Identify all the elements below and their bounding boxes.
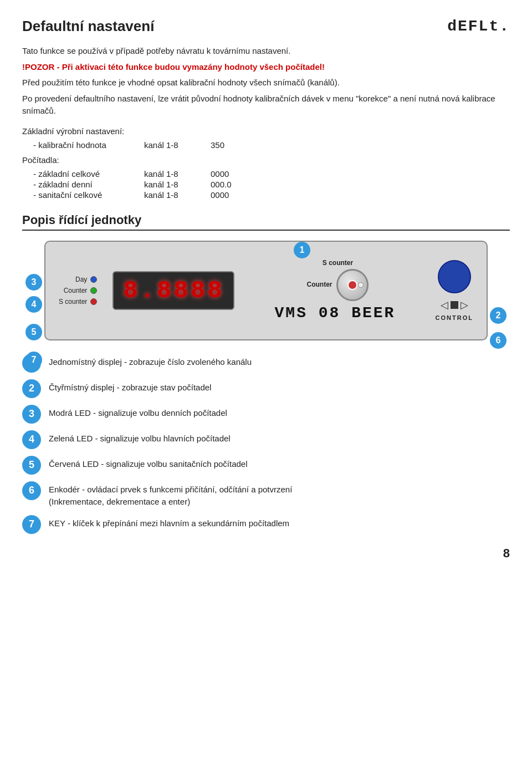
- legend-desc-4: Zelená LED - signalizuje volbu hlavních …: [49, 430, 231, 445]
- led-day-label: Day: [75, 276, 87, 283]
- legend-num-3: 3: [22, 405, 41, 424]
- led-counter-label: Counter: [64, 287, 88, 294]
- legend-item-5: 5 Červená LED - signalizuje volbu sanita…: [22, 456, 510, 475]
- control-label: CONTROL: [436, 314, 473, 321]
- legend-num-6: 6: [22, 481, 41, 500]
- legend-text-1: Jednomístný displej - zobrazuje číslo zv…: [49, 357, 252, 367]
- stop-icon: [451, 301, 458, 309]
- callout-3: 3: [25, 274, 42, 291]
- led-day-dot: [90, 276, 97, 283]
- pocitadla-value-1: 000.0: [211, 180, 232, 189]
- legend-item-6: 6 Enkodér - ovládací prvek s funkcemi př…: [22, 481, 510, 508]
- intro-line3: Před použitím této funkce je vhodné opsa…: [22, 77, 510, 89]
- legend-text-6: (Inkrementace, dekrementace a enter): [49, 497, 190, 506]
- callout-1: 1: [294, 242, 310, 258]
- pocitadla-value-0: 0000: [211, 169, 229, 179]
- intro-warning: !POZOR - Při aktivaci této funkce budou …: [22, 61, 510, 74]
- legend-item-1: 1 Jednomístný displej - zobrazuje číslo …: [22, 354, 510, 373]
- legend-item-4: 4 Zelená LED - signalizuje volbu hlavníc…: [22, 430, 510, 449]
- logo: dEFLt.: [447, 18, 510, 35]
- led-scounter-dot: [90, 298, 97, 305]
- pocitadla-kanal-0: kanál 1-8: [144, 169, 211, 179]
- legend-text-4: Zelená LED - signalizuje volbu hlavních …: [49, 434, 231, 443]
- led-row-day: Day: [75, 276, 97, 283]
- led-row-scounter: S counter: [59, 298, 97, 306]
- callout-7: 7: [25, 352, 42, 368]
- legend-desc-5: Červená LED - signalizuje volbu sanitačn…: [49, 456, 248, 471]
- legend-num-5: 5: [22, 456, 41, 475]
- legend-num-4: 4: [22, 430, 41, 449]
- pocitadla-kanal-1: kanál 1-8: [144, 180, 211, 189]
- pocitadla-row-1: - základní denní kanál 1-8 000.0: [33, 180, 510, 189]
- led-scounter-label: S counter: [59, 298, 87, 306]
- brand-label: VMS 08 BEER: [275, 304, 396, 322]
- callout-5: 5: [25, 324, 42, 340]
- legend-item-3: 3 Modrá LED - signalizuje volbu denních …: [22, 405, 510, 424]
- intro-line4: Po provedení defaultního nastavení, lze …: [22, 93, 510, 118]
- led-counter-dot: [90, 287, 97, 294]
- pocitadla-label-2: - sanitační celkové: [33, 190, 144, 200]
- led-row-counter: Counter: [64, 287, 98, 294]
- legend-text-2: Čtyřmístný displej - zobrazuje stav počí…: [49, 383, 211, 392]
- device-box: Day Counter S counter 8.8888: [44, 241, 488, 340]
- arrow-left-icon: ◁: [441, 299, 448, 311]
- legend-desc-3: Modrá LED - signalizuje volbu denních po…: [49, 405, 227, 420]
- callout-6: 6: [490, 332, 507, 349]
- pocitadla-row-2: - sanitační celkové kanál 1-8 0000: [33, 190, 510, 200]
- callout-2: 2: [490, 307, 507, 324]
- encoder-knob[interactable]: [336, 269, 369, 301]
- legend-desc-7: KEY - klíček k přepínání mezi hlavním a …: [49, 515, 289, 530]
- legend-text-7: KEY - klíček k přepínání mezi hlavním a …: [49, 518, 289, 528]
- display-screen: 8.8888: [112, 271, 234, 310]
- defaults-title: Základní výrobní nastavení:: [22, 126, 510, 136]
- legend-text-3: Modrá LED - signalizuje volbu denních po…: [49, 408, 227, 418]
- pocitadla-value-2: 0000: [211, 190, 229, 200]
- pocitadla-label-1: - základní denní: [33, 180, 144, 189]
- s-counter-label: S counter: [323, 259, 353, 267]
- display-area: 8.8888: [112, 271, 234, 310]
- kalib-kanal: kanál 1-8: [144, 140, 211, 150]
- arrow-right-icon: ▷: [461, 299, 468, 311]
- control-arrows: ◁ ▷: [441, 299, 468, 311]
- pocitadla-kanal-2: kanál 1-8: [144, 190, 211, 200]
- legend-desc-1: Jednomístný displej - zobrazuje číslo zv…: [49, 354, 252, 369]
- knob-section: S counter Counter: [306, 259, 369, 301]
- legend-num-7: 7: [22, 515, 41, 534]
- control-button[interactable]: [438, 260, 471, 293]
- legend-desc-2: Čtyřmístný displej - zobrazuje stav počí…: [49, 379, 211, 394]
- callout-4: 4: [25, 296, 42, 313]
- legend-item-2: 2 Čtyřmístný displej - zobrazuje stav po…: [22, 379, 510, 398]
- legend-item-7: 7 KEY - klíček k přepínání mezi hlavním …: [22, 515, 510, 534]
- kalib-value: 350: [211, 140, 224, 150]
- page-title: Defaultní nastavení: [22, 18, 510, 35]
- intro-line1: Tato funkce se používá v případě potřeby…: [22, 45, 510, 58]
- legend-section: 1 Jednomístný displej - zobrazuje číslo …: [22, 354, 510, 534]
- knob-inner: [347, 280, 357, 290]
- pocitadla-title: Počítadla:: [22, 155, 510, 165]
- led-section: Day Counter S counter: [59, 276, 97, 306]
- legend-text-6: Enkodér - ovládací prvek s funkcemi přič…: [49, 485, 292, 494]
- section2-title: Popis řídící jednotky: [22, 213, 510, 231]
- knob-dot: [358, 282, 364, 288]
- legend-desc-6: Enkodér - ovládací prvek s funkcemi přič…: [49, 481, 292, 508]
- legend-text-5: Červená LED - signalizuje volbu sanitačn…: [49, 459, 248, 469]
- kalib-label: - kalibrační hodnota: [33, 140, 144, 150]
- page-number: 8: [503, 546, 510, 561]
- pocitadla-label-0: - základní celkové: [33, 169, 144, 179]
- control-section: ◁ ▷ CONTROL: [436, 260, 473, 321]
- counter-label: Counter: [306, 281, 332, 288]
- legend-num-2: 2: [22, 379, 41, 398]
- pocitadla-row-0: - základní celkové kanál 1-8 0000: [33, 169, 510, 179]
- device-diagram: 3 4 5 7 1 2 6 Day Counter: [22, 241, 510, 340]
